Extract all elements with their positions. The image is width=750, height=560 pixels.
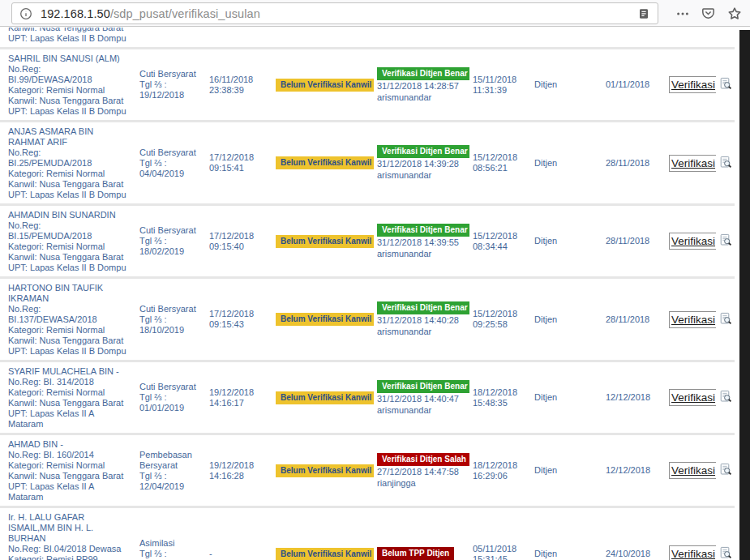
- tanggal-surat: 01/11/2018: [606, 79, 649, 89]
- level-label: Ditjen: [534, 549, 557, 558]
- status-ditjen-badge: Verifikasi Ditjen Benar: [377, 145, 469, 158]
- tanggal-surat: 24/10/2018: [606, 549, 650, 558]
- preview-document-icon[interactable]: [719, 546, 732, 559]
- inmate-upt: UPT: Lapas Kelas II B Dompu: [8, 190, 126, 200]
- status-ditjen-badge: Belum TPP Ditjen: [377, 547, 454, 560]
- table-row: HARTONO BIN TAUFIK IKRAMAN No.Reg: BI.13…: [0, 278, 735, 361]
- tanggal-verifikasi-time: 11:31:39: [473, 85, 528, 96]
- inmate-kategori: Kategori: Remisi Normal: [8, 85, 126, 96]
- reader-mode-icon[interactable]: [637, 7, 650, 20]
- url-domain: 192.168.1.50: [41, 7, 110, 20]
- jenis-usulan: Pembebasan Bersyarat: [139, 450, 199, 471]
- tanggal-usulan-time: 14:16:28: [209, 471, 269, 481]
- tgl-dua-pertiga-label: Tgl ⅔ :: [139, 314, 199, 325]
- ditjen-verifikasi-datetime: 31/12/2018 14:39:55: [377, 237, 466, 248]
- tanggal-verifikasi-date: 15/12/2018: [473, 231, 528, 242]
- page-scrollbar[interactable]: [739, 30, 750, 560]
- inmate-kategori: Kategori: Remisi Normal: [8, 460, 126, 471]
- inmate-kategori: Kategori: Remisi Normal: [8, 169, 126, 179]
- tgl-dua-pertiga-label: Tgl ⅔ :: [139, 392, 199, 403]
- ditjen-verifikasi-user: arismunandar: [377, 405, 466, 416]
- tanggal-usulan-time: 23:38:39: [209, 85, 269, 96]
- tanggal-verifikasi-time: 16:29:06: [473, 471, 528, 481]
- tanggal-verifikasi-date: 15/12/2018: [473, 309, 528, 319]
- preview-document-icon[interactable]: [719, 312, 732, 325]
- tanggal-verifikasi-time: 09:25:58: [473, 319, 528, 330]
- tanggal-usulan-date: 16/11/2018: [209, 75, 269, 85]
- level-label: Ditjen: [534, 314, 557, 324]
- preview-document-icon[interactable]: [719, 156, 732, 169]
- ditjen-verifikasi-user: arismunandar: [377, 170, 466, 181]
- verifikasi-link[interactable]: Verifikasi: [669, 233, 716, 250]
- table-row: SAHRIL BIN SANUSI (ALM) No.Reg: BI.99/DE…: [0, 49, 735, 122]
- verifikasi-link[interactable]: Verifikasi: [669, 155, 716, 172]
- status-kanwil-badge: Belum Verifikasi Kanwil: [276, 156, 374, 169]
- inmate-kanwil: Kanwil: Nusa Tenggara Barat: [8, 398, 126, 408]
- browser-toolbar: 192.168.1.50/sdp_pusat/verifikasi_usulan: [0, 0, 750, 27]
- site-info-icon[interactable]: [19, 7, 32, 20]
- table-row-partial: Kanwil: Nusa Tenggara Barat UPT: Lapas K…: [0, 28, 735, 49]
- level-label: Ditjen: [534, 236, 557, 246]
- inmate-name: Ir. H. LALU GAFAR ISMAIL,MM BIN H. L. BU…: [8, 512, 126, 544]
- table-row: ANJAS ASMARA BIN RAHMAT ARIF No.Reg: BI.…: [0, 122, 735, 205]
- preview-document-icon[interactable]: [719, 463, 732, 476]
- url-path: /sdp_pusat/verifikasi_usulan: [110, 7, 260, 20]
- inmate-kanwil: Kanwil: Nusa Tenggara Barat: [8, 179, 126, 190]
- level-label: Ditjen: [534, 158, 557, 168]
- table-row: AHMAD BIN - No.Reg: BI. 160/2014 Kategor…: [0, 434, 735, 507]
- verifikasi-link[interactable]: Verifikasi: [669, 76, 716, 93]
- tanggal-usulan-date: 17/12/2018: [209, 309, 269, 319]
- preview-document-icon[interactable]: [719, 390, 732, 403]
- verifikasi-link[interactable]: Verifikasi: [669, 545, 716, 560]
- status-kanwil-badge: Belum Verifikasi Kanwil: [276, 464, 374, 477]
- address-bar[interactable]: 192.168.1.50/sdp_pusat/verifikasi_usulan: [11, 2, 658, 24]
- tanggal-verifikasi-date: 15/11/2018: [473, 75, 528, 85]
- inmate-upt: UPT: Lapas Kelas II B Dompu: [8, 106, 126, 117]
- preview-document-icon[interactable]: [719, 77, 732, 90]
- inmate-name: AHMAD BIN -: [8, 439, 126, 450]
- verifikasi-link[interactable]: Verifikasi: [669, 311, 716, 328]
- ditjen-verifikasi-datetime: 31/12/2018 14:40:28: [377, 315, 466, 326]
- inmate-noreg: No.Reg: BI.04/2018 Dewasa: [8, 544, 126, 554]
- inmate-noreg: No.Reg: BI. 160/2014: [8, 450, 126, 460]
- table-row: SYARIF MULACHELA BIN - No.Reg: BI. 314/2…: [0, 361, 735, 434]
- verifikasi-link[interactable]: Verifikasi: [669, 462, 716, 479]
- inmate-kategori: Kategori: Remisi Normal: [8, 387, 126, 398]
- tgl-dua-pertiga-label: Tgl ⅔ :: [139, 471, 199, 481]
- preview-document-icon[interactable]: [719, 233, 732, 246]
- jenis-usulan: Cuti Bersyarat: [139, 147, 199, 158]
- pocket-icon[interactable]: [701, 6, 715, 20]
- jenis-usulan: Cuti Bersyarat: [139, 382, 199, 392]
- tanggal-verifikasi-date: 15/12/2018: [473, 152, 528, 163]
- partial-row-text: Kanwil: Nusa Tenggara Barat UPT: Lapas K…: [8, 28, 126, 44]
- tanggal-surat: 12/12/2018: [606, 392, 650, 402]
- jenis-usulan: Cuti Bersyarat: [139, 69, 199, 79]
- table-row: Ir. H. LALU GAFAR ISMAIL,MM BIN H. L. BU…: [0, 507, 735, 560]
- tgl-dua-pertiga-value: 19/12/2018: [139, 90, 199, 100]
- tanggal-surat: 28/11/2018: [606, 158, 649, 168]
- tgl-dua-pertiga-label: Tgl ⅔ :: [139, 549, 199, 559]
- tanggal-verifikasi-date: 18/12/2018: [473, 387, 528, 398]
- verifikasi-link[interactable]: Verifikasi: [669, 389, 716, 406]
- bookmark-star-icon[interactable]: [727, 6, 742, 21]
- tgl-dua-pertiga-value: 18/10/2019: [139, 325, 199, 336]
- tanggal-usulan-time: 09:15:40: [209, 242, 269, 252]
- tgl-dua-pertiga-label: Tgl ⅔ :: [139, 158, 199, 169]
- status-kanwil-badge: Belum Verifikasi Kanwil: [276, 79, 374, 92]
- level-label: Ditjen: [534, 79, 557, 89]
- ditjen-verifikasi-datetime: 31/12/2018 14:39:28: [377, 159, 466, 169]
- tanggal-usulan-date: 17/12/2018: [209, 231, 269, 242]
- url-text: 192.168.1.50/sdp_pusat/verifikasi_usulan: [41, 7, 637, 20]
- tgl-dua-pertiga-value: 04/04/2019: [139, 169, 199, 179]
- tanggal-usulan-time: 09:15:43: [209, 319, 269, 330]
- page-actions-icon[interactable]: [676, 7, 689, 20]
- ditjen-verifikasi-datetime: 31/12/2018 14:28:57: [377, 81, 466, 92]
- tanggal-usulan-date: 17/12/2018: [209, 152, 269, 163]
- inmate-name: HARTONO BIN TAUFIK IKRAMAN: [8, 283, 126, 304]
- tanggal-verifikasi-time: 15:31:45: [473, 554, 528, 560]
- status-kanwil-badge: Belum Verifikasi Kanwil: [276, 313, 374, 326]
- inmate-noreg: No.Reg: BI.15/PEMUDA/2018: [8, 220, 126, 242]
- inmate-kanwil: Kanwil: Nusa Tenggara Barat: [8, 336, 126, 346]
- tanggal-usulan-date: 19/12/2018: [209, 460, 269, 471]
- table-body: Kanwil: Nusa Tenggara Barat UPT: Lapas K…: [0, 28, 735, 560]
